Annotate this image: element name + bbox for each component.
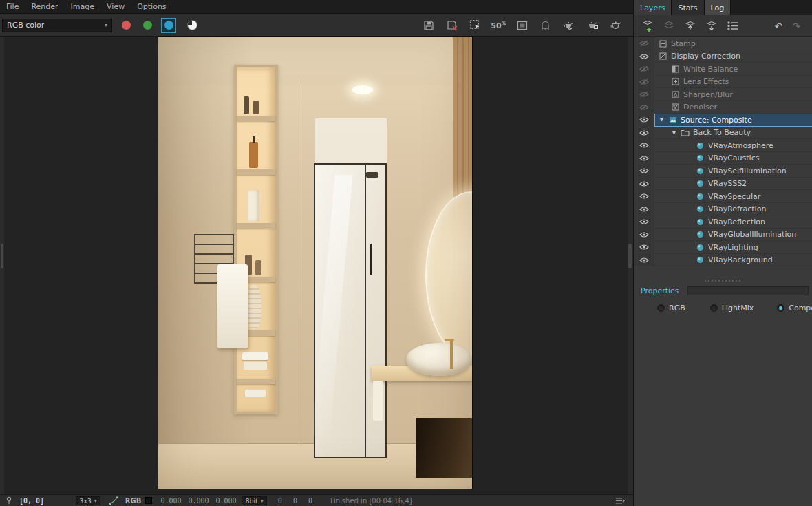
eye-icon[interactable] bbox=[634, 139, 654, 152]
eye-icon[interactable] bbox=[634, 254, 654, 267]
eye-icon[interactable] bbox=[634, 101, 654, 114]
layer-row-vrayselfillumination[interactable]: VRaySelfIllumination bbox=[634, 165, 812, 178]
eye-icon[interactable] bbox=[634, 241, 654, 254]
eye-icon[interactable] bbox=[634, 114, 654, 127]
menu-render[interactable]: Render bbox=[25, 1, 64, 12]
eye-icon[interactable] bbox=[634, 37, 654, 50]
eye-icon[interactable] bbox=[634, 152, 654, 165]
sharpen-blur-layer-icon bbox=[671, 90, 680, 99]
layer-row-vrayglobalillumination[interactable]: VRayGlobalIllumination bbox=[634, 229, 812, 242]
layer-list-icon[interactable] bbox=[726, 19, 740, 33]
background-toggle-icon[interactable] bbox=[513, 17, 531, 34]
layer-row-display-correction[interactable]: Display Correction bbox=[634, 50, 812, 63]
compare-ghost-icon[interactable] bbox=[536, 17, 555, 34]
layer-row-vraylighting[interactable]: VRayLighting bbox=[634, 241, 812, 254]
region-render-icon[interactable] bbox=[466, 17, 484, 34]
radio-lightmix[interactable]: LightMix bbox=[710, 304, 754, 313]
eye-icon[interactable] bbox=[634, 215, 654, 229]
color-curve-icon[interactable] bbox=[109, 496, 118, 505]
eye-icon[interactable] bbox=[634, 178, 654, 191]
render-element-icon bbox=[696, 243, 705, 252]
channel-dropdown[interactable]: RGB color ▾ bbox=[2, 19, 112, 32]
menu-file[interactable]: File bbox=[0, 1, 25, 12]
right-splitter-handle[interactable] bbox=[628, 244, 632, 268]
tab-layers[interactable]: Layers bbox=[634, 0, 671, 15]
eye-icon[interactable] bbox=[634, 165, 654, 178]
properties-header: Properties bbox=[634, 284, 812, 297]
eye-icon[interactable] bbox=[634, 63, 654, 76]
blue-channel-button[interactable] bbox=[161, 18, 176, 33]
eye-icon[interactable] bbox=[634, 76, 654, 89]
layer-row-back-to-beauty[interactable]: ▼Back To Beauty bbox=[634, 127, 812, 140]
tab-log[interactable]: Log bbox=[705, 0, 731, 15]
properties-splitter[interactable] bbox=[634, 277, 812, 284]
color-wheel-icon[interactable] bbox=[187, 20, 197, 30]
radio-composite[interactable]: Composite bbox=[777, 304, 812, 313]
red-channel-icon bbox=[122, 21, 131, 30]
int-b: 0 bbox=[308, 497, 312, 505]
lens-effects-layer-icon bbox=[671, 77, 680, 86]
render-last-teapot-icon[interactable] bbox=[559, 17, 578, 34]
expand-arrow-icon[interactable]: ▼ bbox=[659, 117, 665, 123]
green-channel-button[interactable] bbox=[140, 18, 155, 33]
layer-row-source-composite[interactable]: ▼Source: Composite bbox=[634, 114, 812, 127]
undo-icon[interactable]: ↶ bbox=[775, 21, 783, 32]
layer-row-sharpen-blur[interactable]: Sharpen/Blur bbox=[634, 88, 812, 101]
render-view[interactable] bbox=[158, 37, 472, 489]
kernel-dropdown[interactable]: 3x3▾ bbox=[76, 496, 100, 505]
eye-icon[interactable] bbox=[634, 127, 654, 140]
radio-rgb[interactable]: RGB bbox=[657, 304, 685, 313]
pixel-probe-pin-icon[interactable] bbox=[5, 496, 13, 505]
bitdepth-dropdown[interactable]: 8bit▾ bbox=[242, 496, 266, 505]
layer-row-vraycaustics[interactable]: VRayCaustics bbox=[634, 152, 812, 165]
right-splitter[interactable] bbox=[628, 37, 633, 494]
left-splitter[interactable] bbox=[0, 37, 4, 494]
render-element-icon bbox=[696, 154, 705, 162]
expand-arrow-icon[interactable]: ▼ bbox=[671, 130, 677, 136]
save-image-icon[interactable] bbox=[419, 17, 438, 34]
cursor-coordinates: [0, 0] bbox=[19, 497, 44, 505]
save-layers-icon[interactable] bbox=[705, 19, 718, 33]
radio-icon bbox=[657, 304, 665, 312]
tab-stats[interactable]: Stats bbox=[671, 0, 704, 15]
menu-view[interactable]: View bbox=[100, 1, 131, 12]
white-balance-layer-icon bbox=[671, 65, 680, 74]
eye-icon[interactable] bbox=[634, 203, 654, 216]
layer-row-lens-effects[interactable]: Lens Effects bbox=[634, 76, 812, 89]
log-expand-icon[interactable] bbox=[615, 497, 625, 505]
layer-row-vraysss2[interactable]: VRaySSS2 bbox=[634, 178, 812, 191]
undo-redo-group: ↶ ↷ bbox=[775, 21, 800, 32]
menu-image[interactable]: Image bbox=[65, 1, 100, 12]
menu-options[interactable]: Options bbox=[131, 1, 172, 12]
layer-row-vrayspecular[interactable]: VRaySpecular bbox=[634, 190, 812, 203]
add-layer-icon[interactable] bbox=[641, 19, 654, 33]
layers-panel: Layers Stats Log bbox=[633, 0, 812, 506]
render-element-icon bbox=[696, 204, 705, 213]
layer-row-stamp[interactable]: Stamp bbox=[634, 37, 812, 50]
render-teapot-icon[interactable] bbox=[606, 17, 625, 34]
left-splitter-handle[interactable] bbox=[1, 244, 3, 268]
radio-selected-icon bbox=[777, 304, 784, 312]
clear-image-icon[interactable] bbox=[442, 17, 461, 34]
layer-tree: Stamp Display Correction White Balance L… bbox=[634, 37, 812, 266]
source-mode-radios: RGB LightMix Composite bbox=[634, 300, 812, 315]
layer-row-vraybackground[interactable]: VRayBackground bbox=[634, 254, 812, 267]
channel-dropdown-value: RGB color bbox=[7, 21, 44, 30]
zoom-50-icon[interactable]: 50% bbox=[489, 17, 508, 34]
eye-icon[interactable] bbox=[634, 190, 654, 203]
layer-row-denoiser[interactable]: Denoiser bbox=[634, 101, 812, 114]
eye-icon[interactable] bbox=[634, 88, 654, 101]
layer-row-vrayreflection[interactable]: VRayReflection bbox=[634, 215, 812, 229]
properties-header-bar[interactable] bbox=[687, 286, 809, 295]
eye-icon[interactable] bbox=[634, 50, 654, 63]
layer-row-vrayatmosphere[interactable]: VRayAtmosphere bbox=[634, 139, 812, 152]
red-channel-button[interactable] bbox=[118, 18, 133, 33]
delete-layer-icon[interactable] bbox=[662, 19, 676, 33]
layer-row-white-balance[interactable]: White Balance bbox=[634, 63, 812, 76]
render-copy-teapot-icon[interactable] bbox=[583, 17, 601, 34]
vfb-window: File Render Image View Options RGB color… bbox=[0, 0, 812, 506]
load-layers-icon[interactable] bbox=[683, 19, 697, 33]
eye-icon[interactable] bbox=[634, 229, 654, 242]
layer-row-vrayrefraction[interactable]: VRayRefraction bbox=[634, 203, 812, 216]
redo-icon[interactable]: ↷ bbox=[792, 21, 800, 32]
